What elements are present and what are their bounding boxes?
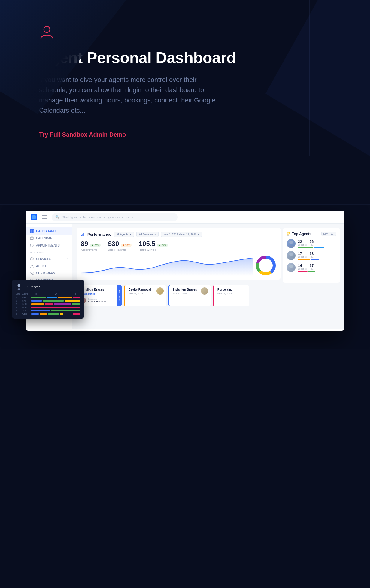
perf-title: Performance (87, 232, 111, 237)
agents-label: AGENTS (36, 265, 48, 268)
all-agents-label: All Agents (116, 233, 128, 236)
cal-row-5: 5 TUE (16, 310, 80, 312)
perf-stats: 89 ▲ 20% Appointments $30 ▼ 78% S (81, 240, 276, 251)
top-agents-filter[interactable]: Nov 4, 2... (321, 232, 336, 236)
dashboard-label: DASHBOARD (36, 229, 56, 233)
dash-header: 🔍 Start typing to find customers, agents… (26, 211, 344, 224)
customer-name-1: Ken Brossman (88, 300, 106, 303)
agent-row-2: 17Bookings 18Ho... (287, 251, 336, 260)
mockup-section: 🔍 Start typing to find customers, agents… (0, 205, 370, 349)
appt-service-1: Invisilign Braces (80, 288, 118, 291)
cal-col-headers: Date Agent M T W T F (16, 293, 80, 295)
sidebar-item-customers[interactable]: CUSTOMERS (26, 270, 72, 277)
all-services-label: All Services (139, 233, 153, 236)
user-icon (39, 24, 55, 40)
svg-rect-5 (30, 237, 33, 240)
top-agents-filter-label: Nov 4, 2... (323, 232, 334, 235)
calendar-rows: 1 FRI 2 SAT 3 SUN (16, 296, 80, 315)
svg-rect-3 (30, 231, 32, 233)
appt-date-4: Nov 12, 2019 (217, 292, 245, 295)
appt-customer-row: Customer Ken Brossman (80, 297, 118, 303)
cal-row-3: 3 SUN (16, 303, 80, 305)
top-agents-panel: Top Agents Nov 4, 2... (283, 228, 340, 283)
svg-rect-2 (32, 229, 34, 231)
cal-row-4: 4 MON (16, 306, 80, 308)
sandbox-demo-link[interactable]: Try Full Sandbox Admin Demo → (39, 131, 136, 139)
stat-appointments: 89 ▲ 20% Appointments (81, 240, 101, 251)
trophy-icon (287, 232, 290, 236)
revenue-label: Sales Revenue (108, 248, 132, 251)
sidebar-item-appointments[interactable]: APPOINTMENTS (26, 242, 72, 249)
sidebar-item-services[interactable]: SERVICES › (26, 255, 72, 262)
agent-row-3: 14Bookings 17Ho... (287, 263, 336, 272)
date-range-filter[interactable]: Nov 1, 2019 - Nov 11, 2019 ▾ (161, 232, 202, 237)
svg-point-31 (289, 265, 293, 268)
records-section-label: RECORDS (26, 249, 72, 255)
revenue-value: $30 (108, 240, 119, 248)
upcoming-text: UPCOMING (118, 290, 120, 301)
svg-point-0 (44, 26, 50, 32)
page-title: Agent Personal Dashboard (39, 49, 331, 66)
upcoming-bar: UPCOMING (117, 285, 122, 306)
appointments-label: Appointments (81, 248, 101, 251)
svg-rect-20 (82, 234, 83, 236)
appointments-row: UPCOMING Invisilign Braces 08:30-09:30 C… (77, 285, 340, 306)
cal-row-1: 1 FRI (16, 296, 80, 299)
services-label: SERVICES (36, 257, 51, 261)
user-icon-container (39, 24, 331, 41)
perf-header: Performance All Agents ▾ All Services ▾ … (81, 232, 276, 237)
donut-chart (255, 255, 276, 276)
svg-point-30 (289, 253, 293, 256)
hamburger-icon[interactable] (42, 215, 47, 219)
sidebar-item-agents[interactable]: AGENTS (26, 262, 72, 270)
agent-avatar-1 (287, 239, 296, 248)
dash-logo (31, 214, 37, 220)
appointments-value: 89 (81, 240, 88, 248)
appointment-card-4: Porcelain... Nov 12, 2019 (213, 285, 249, 306)
search-bar[interactable]: 🔍 Start typing to find customers, agents… (52, 213, 178, 221)
dash-main-area: Performance All Agents ▾ All Services ▾ … (72, 224, 344, 329)
agent-avatar-3 (287, 263, 296, 272)
performance-icon (81, 232, 85, 236)
hours-badge: ▲ 24% (157, 244, 168, 247)
sidebar-item-dashboard[interactable]: DASHBOARD (26, 227, 72, 235)
floating-calendar-card: John Mayers Date Agent M T W T F 1 FRI (12, 280, 84, 319)
cta-text: Try Full Sandbox Admin Demo (39, 131, 126, 138)
appointment-card-2: Cavity Removal Nov 12, 2019 (124, 285, 166, 306)
floating-cal-avatar (16, 283, 22, 290)
svg-point-12 (31, 265, 33, 266)
stat-revenue: $30 ▼ 78% Sales Revenue (108, 240, 132, 251)
all-services-filter[interactable]: All Services ▾ (136, 232, 159, 237)
svg-point-13 (31, 272, 32, 274)
all-agents-filter[interactable]: All Agents ▾ (114, 232, 134, 237)
stat-hours: 105.5 ▲ 24% Hours Worked (139, 240, 168, 251)
cal-row-2: 2 SAT (16, 300, 80, 302)
revenue-badge: ▼ 78% (121, 244, 132, 247)
hero-section: Agent Personal Dashboard If you want to … (0, 0, 370, 204)
hero-description: If you want to give your agents more con… (39, 75, 225, 116)
search-icon: 🔍 (55, 215, 59, 219)
svg-point-14 (32, 272, 33, 273)
agent-stats-2: 17Bookings 18Ho... (298, 252, 336, 260)
appt-service-4: Porcelain... (217, 288, 245, 291)
svg-rect-19 (81, 235, 82, 236)
agent-stats-1: 22Bookings 26Ho... (298, 240, 336, 248)
sidebar-item-calendar[interactable]: CALENDAR (26, 235, 72, 242)
top-row: Performance All Agents ▾ All Services ▾ … (77, 228, 340, 283)
date-range-label: Nov 1, 2019 - Nov 11, 2019 (164, 233, 197, 236)
chart-area (81, 255, 276, 276)
floating-cal-header: John Mayers (16, 283, 80, 290)
cta-arrow-icon: → (129, 131, 136, 139)
top-agents-header: Top Agents Nov 4, 2... (287, 232, 336, 236)
svg-rect-21 (83, 233, 84, 236)
search-placeholder: Start typing to find customers, agents o… (62, 215, 136, 219)
svg-line-11 (32, 245, 33, 246)
agent-avatar-2 (287, 251, 296, 260)
agent-stats-3: 14Bookings 17Ho... (298, 264, 336, 272)
performance-chart (81, 255, 253, 276)
appt-time-1: 08:30-09:30 (80, 292, 118, 296)
customer-label: Customer (88, 298, 106, 300)
cal-row-6: 6 WED (16, 313, 80, 315)
appt-avatar-3 (201, 287, 208, 295)
performance-panel: Performance All Agents ▾ All Services ▾ … (77, 228, 281, 280)
